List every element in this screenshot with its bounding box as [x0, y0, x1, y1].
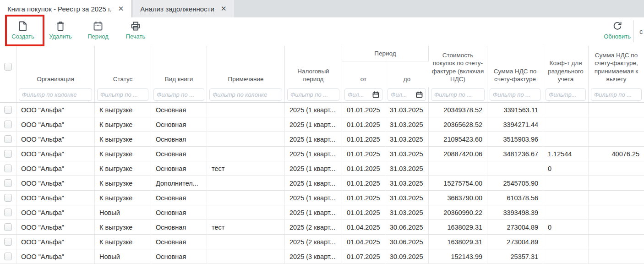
- filter-org-input[interactable]: [22, 91, 89, 98]
- filter-purchase-cost-input[interactable]: [434, 91, 481, 98]
- col-header-coefficient[interactable]: Коэф-т для раздельного учета: [543, 46, 589, 87]
- cell-note: [207, 249, 285, 264]
- table-row[interactable]: ООО "Альфа"НовыйОсновная2025 (3 кварт...…: [0, 249, 644, 264]
- cell-vat-deductible: [589, 132, 644, 147]
- col-header-org[interactable]: Организация: [16, 46, 95, 87]
- row-checkbox[interactable]: [4, 179, 12, 187]
- clipped-button-label[interactable]: с: [639, 28, 644, 35]
- cell-book-type: Основная: [151, 117, 207, 132]
- period-button[interactable]: Период: [85, 20, 111, 40]
- col-header-status[interactable]: Статус: [95, 46, 151, 87]
- filter-vat-amount-input[interactable]: [493, 91, 537, 98]
- col-header-note[interactable]: Примечание: [207, 46, 285, 87]
- col-header-vat-deductible[interactable]: Сумма НДС по счету-фактуре, принимаемая …: [589, 46, 644, 87]
- cell-purchase-cost: 20365628.52: [429, 117, 487, 132]
- table-row[interactable]: ООО "Альфа"К выгрузкеДополнител...2025 (…: [0, 176, 644, 191]
- cell-note: тест: [207, 161, 285, 176]
- filter-coefficient-input[interactable]: [549, 91, 583, 98]
- cell-coefficient: [543, 103, 589, 117]
- select-all-checkbox[interactable]: [4, 63, 12, 71]
- print-button[interactable]: Печать: [123, 20, 148, 40]
- cell-book-type: Основная: [151, 205, 207, 220]
- cell-vat-amount: [487, 161, 543, 176]
- cell-date-to: 30.06.2025: [385, 235, 429, 249]
- row-checkbox[interactable]: [4, 135, 12, 143]
- table-row[interactable]: ООО "Альфа"К выгрузкеОсновная2025 (2 ква…: [0, 235, 644, 249]
- toolbar-right-group: Обновить с: [604, 20, 644, 42]
- col-header-book-type[interactable]: Вид книги: [151, 46, 207, 87]
- filter-note-input[interactable]: [213, 91, 279, 98]
- cell-tax-period: 2025 (1 кварт...: [285, 176, 342, 191]
- row-checkbox-cell: [0, 191, 16, 205]
- toolbar: Создать Удалить Период: [0, 17, 644, 46]
- col-header-tax-period[interactable]: Налоговый период: [285, 46, 342, 87]
- create-button-label: Создать: [11, 33, 34, 40]
- cell-note: [207, 205, 285, 220]
- filter-tax-period-input[interactable]: [290, 91, 336, 98]
- cell-status: К выгрузке: [95, 117, 151, 132]
- table-row[interactable]: ООО "Альфа"К выгрузкеОсновная2025 (1 ква…: [0, 191, 644, 205]
- filter-book-type-input[interactable]: [157, 91, 201, 98]
- tab-debt-analysis[interactable]: Анализ задолженности ✕: [133, 0, 234, 17]
- filter-date-to-input[interactable]: [391, 91, 415, 98]
- col-header-purchase-cost[interactable]: Стоимость покупок по счету-фактуре (вклю…: [429, 46, 487, 87]
- new-document-icon: [18, 20, 28, 32]
- row-checkbox[interactable]: [4, 223, 12, 231]
- table-row[interactable]: ООО "Альфа"К выгрузкеОсновная2025 (1 ква…: [0, 117, 644, 132]
- tab-bar: Книга покупок - Реестр за 2025 г. ✕ Анал…: [0, 0, 644, 17]
- calendar-icon[interactable]: [372, 91, 379, 98]
- row-checkbox[interactable]: [4, 106, 12, 114]
- col-header-date-from[interactable]: от: [342, 61, 385, 87]
- cell-org: ООО "Альфа": [16, 103, 95, 117]
- cell-note: [207, 117, 285, 132]
- filter-vat-deductible-input[interactable]: [594, 91, 639, 98]
- filter-cell-empty: [0, 87, 16, 103]
- cell-org: ООО "Альфа": [16, 191, 95, 205]
- toolbar-divider: [633, 20, 634, 42]
- cell-note: [207, 191, 285, 205]
- row-checkbox-cell: [0, 220, 16, 235]
- delete-button-label: Удалить: [49, 33, 72, 40]
- table-row[interactable]: ООО "Альфа"К выгрузкеОсновная2025 (1 ква…: [0, 103, 644, 117]
- table-row[interactable]: ООО "Альфа"К выгрузкеОсновнаятест2025 (2…: [0, 220, 644, 235]
- row-checkbox[interactable]: [4, 150, 12, 158]
- cell-vat-amount: 2545705.90: [487, 176, 543, 191]
- refresh-button[interactable]: Обновить: [604, 20, 631, 40]
- cell-date-to: 31.03.2025: [385, 176, 429, 191]
- table-row[interactable]: ООО "Альфа"К выгрузкеОсновная2025 (1 ква…: [0, 132, 644, 147]
- cell-tax-period: 2025 (1 кварт...: [285, 205, 342, 220]
- table-row[interactable]: ООО "Альфа"К выгрузкеОсновная2025 (1 ква…: [0, 147, 644, 161]
- row-checkbox[interactable]: [4, 253, 12, 260]
- cell-date-from: 01.01.2025: [342, 103, 385, 117]
- calendar-icon[interactable]: [416, 91, 423, 98]
- row-checkbox-cell: [0, 205, 16, 220]
- cell-status: К выгрузке: [95, 161, 151, 176]
- row-checkbox-cell: [0, 235, 16, 249]
- row-checkbox[interactable]: [4, 209, 12, 216]
- cell-status: К выгрузке: [95, 220, 151, 235]
- cell-date-to: 31.03.2025: [385, 147, 429, 161]
- close-icon[interactable]: ✕: [118, 5, 124, 13]
- filter-row: [0, 87, 644, 103]
- cell-tax-period: 2025 (1 кварт...: [285, 132, 342, 147]
- row-checkbox[interactable]: [4, 165, 12, 172]
- row-checkbox[interactable]: [4, 121, 12, 128]
- row-checkbox[interactable]: [4, 238, 12, 246]
- tab-purchase-book[interactable]: Книга покупок - Реестр за 2025 г. ✕: [0, 0, 131, 17]
- row-checkbox-cell: [0, 132, 16, 147]
- cell-status: Новый: [95, 205, 151, 220]
- delete-button[interactable]: Удалить: [48, 20, 73, 40]
- cell-date-from: 01.01.2025: [342, 117, 385, 132]
- table-row[interactable]: ООО "Альфа"К выгрузкеОсновнаятест2025 (1…: [0, 161, 644, 176]
- close-icon[interactable]: ✕: [221, 5, 227, 13]
- filter-date-from-input[interactable]: [348, 91, 371, 98]
- table-row[interactable]: ООО "Альфа"НовыйОсновная2025 (1 кварт...…: [0, 205, 644, 220]
- col-header-date-to[interactable]: до: [385, 61, 429, 87]
- create-button[interactable]: Создать: [10, 20, 36, 40]
- row-checkbox[interactable]: [4, 194, 12, 202]
- cell-org: ООО "Альфа": [16, 161, 95, 176]
- filter-status-input[interactable]: [100, 91, 145, 98]
- col-group-period: Период: [342, 46, 429, 61]
- col-header-vat-amount[interactable]: Сумма НДС по счету-фактуре: [487, 46, 543, 87]
- cell-date-to: 31.03.2025: [385, 205, 429, 220]
